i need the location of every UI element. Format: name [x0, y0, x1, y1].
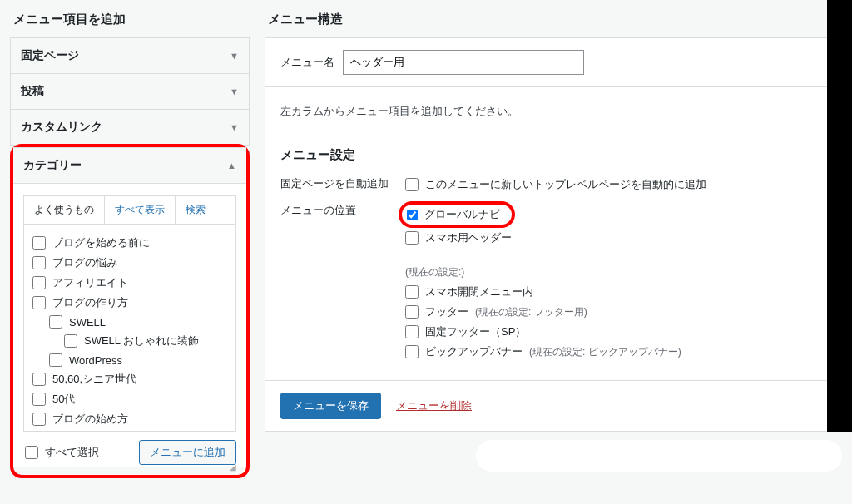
category-checkbox[interactable] — [32, 393, 46, 406]
menu-name-label: メニュー名 — [280, 55, 334, 70]
menu-structure-panel: メニュー名 左カラムからメニュー項目を追加してください。 メニュー設定 固定ペー… — [265, 37, 835, 432]
section-categories[interactable]: カテゴリー ▲ — [13, 147, 246, 183]
category-checkbox[interactable] — [64, 334, 77, 348]
category-label[interactable]: ブログを始める前に — [52, 235, 150, 250]
tab-search[interactable]: 検索 — [176, 196, 215, 224]
white-overlay — [476, 440, 842, 472]
list-item: SWELL — [32, 313, 227, 331]
section-pages[interactable]: 固定ページ ▼ — [10, 37, 250, 73]
delete-menu-link[interactable]: メニューを削除 — [396, 398, 472, 413]
section-categories-label: カテゴリー — [23, 158, 82, 173]
structure-title: メニュー構造 — [265, 0, 835, 37]
current-setting-note: (現在の設定:) — [405, 265, 464, 279]
list-item: アフィリエイト — [32, 273, 227, 293]
chevron-down-icon: ▼ — [230, 122, 239, 132]
sp-drawer-label: スマホ開閉メニュー内 — [425, 284, 533, 299]
list-item: SWELL おしゃれに装飾 — [32, 331, 227, 351]
sp-header-checkbox[interactable] — [405, 231, 419, 245]
save-menu-button[interactable]: メニューを保存 — [280, 393, 381, 419]
auto-add-text: このメニューに新しいトップレベルページを自動的に追加 — [425, 177, 706, 192]
resize-handle-icon[interactable]: ◢ — [230, 462, 236, 472]
global-nav-label: グローバルナビ — [424, 207, 500, 222]
auto-add-checkbox[interactable] — [405, 178, 419, 191]
chevron-down-icon: ▼ — [230, 86, 239, 96]
pickup-option[interactable]: ピックアップバナー (現在の設定: ピックアップバナー) — [405, 342, 820, 362]
category-label[interactable]: ブログの作り方 — [52, 295, 128, 310]
chevron-up-icon: ▲ — [227, 161, 236, 170]
add-items-title: メニュー項目を追加 — [10, 0, 250, 37]
list-item: 50,60,シニア世代 — [32, 369, 227, 389]
section-posts[interactable]: 投稿 ▼ — [10, 73, 250, 109]
position-label: メニューの位置 — [280, 201, 405, 218]
add-to-menu-button[interactable]: メニューに追加 — [139, 440, 236, 465]
select-all-label: すべて選択 — [45, 445, 99, 460]
settings-title: メニュー設定 — [280, 136, 820, 171]
section-pages-label: 固定ページ — [21, 48, 79, 63]
tab-frequent[interactable]: よく使うもの — [24, 196, 105, 224]
select-all[interactable]: すべて選択 — [25, 445, 99, 460]
chevron-down-icon: ▼ — [230, 51, 239, 61]
pickup-checkbox[interactable] — [405, 345, 419, 358]
list-item: ブログの作り方 — [32, 293, 227, 313]
category-checkbox[interactable] — [32, 256, 46, 269]
category-checkbox[interactable] — [32, 373, 46, 386]
instruction-text: 左カラムからメニュー項目を追加してください。 — [265, 87, 835, 136]
select-all-checkbox[interactable] — [25, 446, 38, 459]
tab-all[interactable]: すべて表示 — [105, 196, 176, 224]
category-label[interactable]: アフィリエイト — [52, 275, 128, 290]
category-checkbox[interactable] — [49, 353, 62, 367]
category-label[interactable]: SWELL — [69, 316, 106, 329]
category-label[interactable]: WordPress — [69, 354, 122, 367]
section-custom-links[interactable]: カスタムリンク ▼ — [10, 109, 250, 146]
category-checkbox[interactable] — [32, 296, 46, 309]
category-checkbox[interactable] — [32, 276, 46, 289]
sp-drawer-option[interactable]: スマホ開閉メニュー内 — [405, 282, 820, 302]
fixed-footer-checkbox[interactable] — [405, 325, 419, 338]
footer-option[interactable]: フッター (現在の設定: フッター用) — [405, 302, 820, 322]
category-label[interactable]: ブログの始め方 — [52, 412, 128, 427]
fixed-footer-option[interactable]: 固定フッター（SP） — [405, 322, 820, 342]
category-list: ブログを始める前に ブログの悩み アフィリエイト ブログの作り方 SWELL S… — [23, 224, 236, 432]
sp-header-label: スマホ用ヘッダー — [425, 230, 512, 245]
category-checkbox[interactable] — [32, 236, 46, 250]
pickup-label: ピックアップバナー — [425, 344, 523, 359]
global-nav-highlight: グローバルナビ — [399, 201, 515, 228]
menu-name-input[interactable] — [343, 50, 584, 75]
category-label[interactable]: SWELL おしゃれに装飾 — [84, 334, 199, 348]
category-checkbox[interactable] — [32, 413, 46, 426]
sp-header-option[interactable]: スマホ用ヘッダー — [405, 228, 820, 248]
auto-add-option[interactable]: このメニューに新しいトップレベルページを自動的に追加 — [405, 175, 820, 195]
list-item: WordPress — [32, 351, 227, 369]
section-posts-label: 投稿 — [21, 84, 44, 99]
footer-note: (現在の設定: フッター用) — [475, 305, 587, 319]
global-nav-checkbox[interactable] — [407, 210, 418, 220]
category-label[interactable]: ブログの悩み — [52, 255, 117, 270]
fixed-footer-label: 固定フッター（SP） — [425, 324, 526, 339]
auto-add-label: 固定ページを自動追加 — [280, 175, 405, 191]
category-label[interactable]: 50,60,シニア世代 — [52, 372, 136, 387]
black-overlay — [827, 0, 852, 432]
pickup-note: (現在の設定: ピックアップバナー) — [529, 345, 681, 359]
list-item: ブログの始め方 — [32, 409, 227, 429]
list-item: 50代 — [32, 389, 227, 409]
footer-checkbox[interactable] — [405, 305, 419, 319]
list-item: ブログの悩み — [32, 253, 227, 273]
category-tabs: よく使うもの すべて表示 検索 — [23, 195, 236, 224]
footer-label: フッター — [425, 304, 468, 319]
category-checkbox[interactable] — [49, 315, 62, 329]
list-item: ブログを始める前に — [32, 233, 227, 253]
category-label[interactable]: 50代 — [52, 392, 75, 407]
sp-drawer-checkbox[interactable] — [405, 285, 419, 299]
section-categories-highlight: カテゴリー ▲ よく使うもの すべて表示 検索 ブログを始める前に ブログの悩み… — [10, 144, 250, 478]
section-custom-label: カスタムリンク — [21, 120, 102, 135]
